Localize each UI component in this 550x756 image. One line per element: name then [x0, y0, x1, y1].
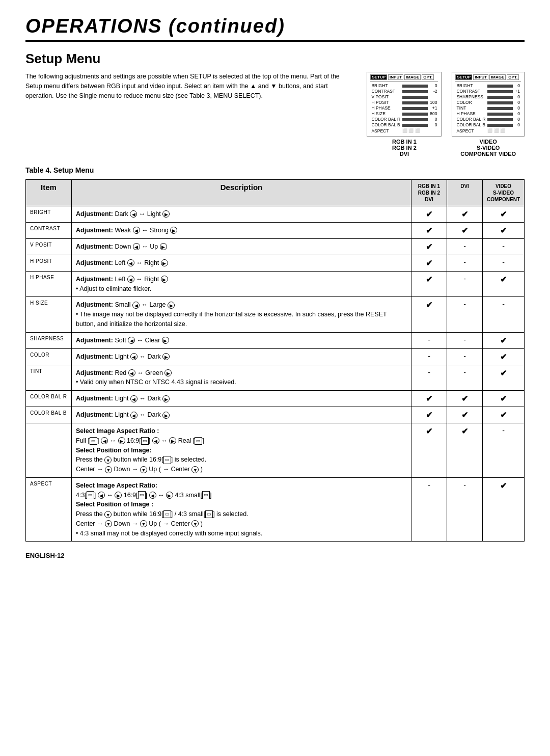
dash-cell: - — [447, 297, 483, 332]
check-cell: ✔ — [411, 206, 447, 222]
check-cell: ✔ — [483, 365, 525, 391]
desc-cell: Adjustment: Down ◀ ↔ Up ▶ — [72, 238, 411, 255]
dash-cell: - — [447, 238, 483, 255]
item-cell: ASPECT — [26, 477, 72, 542]
page-title: OPERATIONS (continued) — [25, 15, 525, 42]
table-row: TINTAdjustment: Red ◀ ↔ Green ▶• Valid o… — [26, 365, 525, 391]
table-row: COLOR BAL RAdjustment: Light ◀ ↔ Dark ▶✔… — [26, 391, 525, 407]
table-row: SHARPNESSAdjustment: Soft ◀ ↔ Clear ▶--✔ — [26, 332, 525, 348]
col-vid-header: VIDEOS-VIDEOCOMPONENT — [483, 179, 525, 206]
item-cell: V POSIT — [26, 238, 72, 255]
col-item-header: Item — [26, 179, 72, 206]
desc-cell: Adjustment: Left ◀ ↔ Right ▶• Adjust to … — [72, 271, 411, 297]
dash-cell: - — [411, 477, 447, 542]
check-cell: ✔ — [411, 391, 447, 407]
check-cell: ✔ — [447, 391, 483, 407]
dash-cell: - — [483, 297, 525, 332]
item-cell: COLOR — [26, 348, 72, 365]
dash-cell: - — [411, 365, 447, 391]
table-row: V POSITAdjustment: Down ◀ ↔ Up ▶✔-- — [26, 238, 525, 255]
col-desc-header: Description — [72, 179, 411, 206]
desc-cell: Adjustment: Red ◀ ↔ Green ▶• Valid only … — [72, 365, 411, 391]
desc-cell: Adjustment: Left ◀ ↔ Right ▶ — [72, 255, 411, 271]
desc-cell: Adjustment: Dark ◀ ↔ Light ▶ — [72, 206, 411, 222]
item-cell: H SIZE — [26, 297, 72, 332]
item-cell: BRIGHT — [26, 206, 72, 222]
dash-cell: - — [483, 423, 525, 478]
desc-cell: Adjustment: Light ◀ ↔ Dark ▶ — [72, 407, 411, 423]
check-cell: ✔ — [483, 348, 525, 365]
check-cell: ✔ — [483, 477, 525, 542]
intro-text: The following adjustments and settings a… — [25, 72, 351, 157]
video-menu-screenshot: SETUP INPUT IMAGE OPT. BRIGHT0 CONTRAST+… — [452, 72, 525, 157]
desc-cell: Adjustment: Soft ◀ ↔ Clear ▶ — [72, 332, 411, 348]
check-cell: ✔ — [483, 271, 525, 297]
check-cell: ✔ — [411, 238, 447, 255]
dash-cell: - — [483, 238, 525, 255]
rgb-menu-box: SETUP INPUT IMAGE OPT. BRIGHT0 CONTRAST-… — [367, 72, 442, 137]
table-row: COLOR BAL BAdjustment: Light ◀ ↔ Dark ▶✔… — [26, 407, 525, 423]
desc-cell: Adjustment: Weak ◀ ↔ Strong ▶ — [72, 222, 411, 238]
check-cell: ✔ — [411, 407, 447, 423]
item-cell: SHARPNESS — [26, 332, 72, 348]
intro-area: The following adjustments and settings a… — [25, 72, 525, 157]
dash-cell: - — [483, 255, 525, 271]
section-title: Setup Menu — [25, 51, 525, 67]
table-row: COLORAdjustment: Light ◀ ↔ Dark ▶--✔ — [26, 348, 525, 365]
dash-cell: - — [447, 348, 483, 365]
desc-cell: Adjustment: Light ◀ ↔ Dark ▶ — [72, 391, 411, 407]
check-cell: ✔ — [411, 222, 447, 238]
dash-cell: - — [411, 348, 447, 365]
rgb-label: RGB IN 1RGB IN 2DVI — [392, 139, 417, 157]
dash-cell: - — [447, 255, 483, 271]
table-label: Table 4. Setup Menu — [25, 166, 525, 174]
desc-cell: Adjustment: Light ◀ ↔ Dark ▶ — [72, 348, 411, 365]
dash-cell: - — [447, 271, 483, 297]
item-cell — [26, 423, 72, 478]
check-cell: ✔ — [411, 423, 447, 478]
item-cell: COLOR BAL B — [26, 407, 72, 423]
table-row: BRIGHTAdjustment: Dark ◀ ↔ Light ▶✔✔✔ — [26, 206, 525, 222]
table-row: Select Image Aspect Ratio :Full [▭] ◀ ↔ … — [26, 423, 525, 478]
setup-menu-table: Item Description RGB IN 1RGB IN 2DVI DVI… — [25, 179, 525, 542]
check-cell: ✔ — [483, 332, 525, 348]
check-cell: ✔ — [411, 271, 447, 297]
check-cell: ✔ — [411, 255, 447, 271]
menu-screenshots: SETUP INPUT IMAGE OPT. BRIGHT0 CONTRAST-… — [367, 72, 525, 157]
table-row: ASPECTSelect Image Aspect Ratio:4:3[▭] ◀… — [26, 477, 525, 542]
dash-cell: - — [447, 332, 483, 348]
check-cell: ✔ — [447, 206, 483, 222]
check-cell: ✔ — [483, 391, 525, 407]
check-cell: ✔ — [483, 222, 525, 238]
dash-cell: - — [447, 365, 483, 391]
check-cell: ✔ — [447, 407, 483, 423]
check-cell: ✔ — [411, 297, 447, 332]
item-cell: CONTRAST — [26, 222, 72, 238]
table-row: CONTRASTAdjustment: Weak ◀ ↔ Strong ▶✔✔✔ — [26, 222, 525, 238]
dash-cell: - — [411, 332, 447, 348]
check-cell: ✔ — [483, 407, 525, 423]
col-rgb-header: RGB IN 1RGB IN 2DVI — [411, 179, 447, 206]
footer-text: ENGLISH-12 — [25, 552, 525, 559]
table-row: H PHASEAdjustment: Left ◀ ↔ Right ▶• Adj… — [26, 271, 525, 297]
item-cell: H PHASE — [26, 271, 72, 297]
rgb-menu-screenshot: SETUP INPUT IMAGE OPT. BRIGHT0 CONTRAST-… — [367, 72, 442, 157]
item-cell: COLOR BAL R — [26, 391, 72, 407]
desc-cell: Adjustment: Small ◀ ↔ Large ▶• The image… — [72, 297, 411, 332]
item-cell: H POSIT — [26, 255, 72, 271]
check-cell: ✔ — [483, 206, 525, 222]
desc-cell: Select Image Aspect Ratio:4:3[▭] ◀ ↔ ▶ 1… — [72, 477, 411, 542]
check-cell: ✔ — [447, 222, 483, 238]
check-cell: ✔ — [447, 423, 483, 478]
table-row: H SIZEAdjustment: Small ◀ ↔ Large ▶• The… — [26, 297, 525, 332]
col-dvi-header: DVI — [447, 179, 483, 206]
item-cell: TINT — [26, 365, 72, 391]
video-menu-box: SETUP INPUT IMAGE OPT. BRIGHT0 CONTRAST+… — [452, 72, 525, 137]
video-label: VIDEOS-VIDEOCOMPONENT VIDEO — [460, 139, 516, 157]
desc-cell: Select Image Aspect Ratio :Full [▭] ◀ ↔ … — [72, 423, 411, 478]
table-row: H POSITAdjustment: Left ◀ ↔ Right ▶✔-- — [26, 255, 525, 271]
dash-cell: - — [447, 477, 483, 542]
